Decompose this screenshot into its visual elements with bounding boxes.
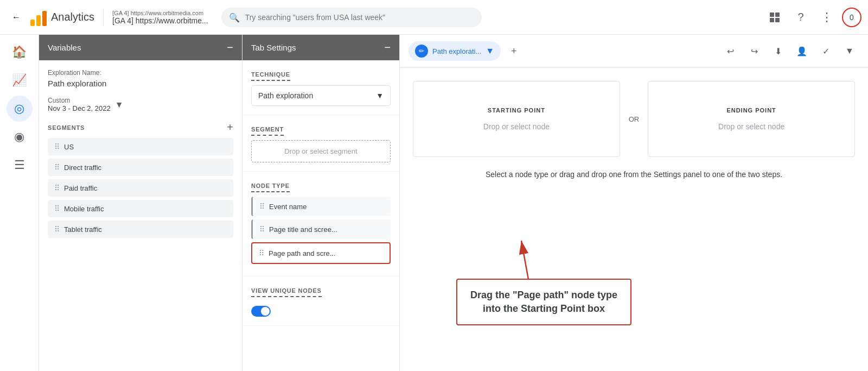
reports-icon: 📈 [12, 73, 27, 87]
logo-icon [30, 9, 47, 26]
explore-icon: ◎ [14, 102, 24, 116]
ending-point-box[interactable]: ENDING POINT Drop or select node [648, 81, 855, 157]
segment-label: SEGMENT [251, 126, 284, 136]
add-tab-button[interactable]: + [505, 42, 522, 60]
topbar-actions: ? ⋮ 0 [764, 7, 861, 28]
nav-configure[interactable]: ☰ [7, 152, 33, 178]
node-type-label-event: Event name [269, 203, 307, 211]
undo-button[interactable]: ↩ [720, 41, 740, 61]
redo-button[interactable]: ↪ [744, 41, 764, 61]
property-info: [GA 4] https://www.orbitmedia.com [GA 4]… [112, 10, 208, 25]
view-unique-toggle[interactable] [251, 306, 271, 317]
technique-section: TECHNIQUE Path exploration ▼ [242, 60, 399, 115]
technique-value: Path exploration [258, 91, 313, 100]
check-button[interactable]: ✓ [816, 41, 835, 61]
nav-reports[interactable]: 📈 [7, 67, 33, 93]
grid-button[interactable] [764, 7, 786, 28]
more-button[interactable]: ⋮ [816, 7, 838, 28]
segment-item-mobile[interactable]: ⠿ Mobile traffic [48, 200, 233, 217]
left-nav: 🏠 📈 ◎ ◉ ☰ [0, 35, 39, 371]
variables-minimize-button[interactable]: − [227, 41, 233, 54]
share-button[interactable]: 👤 [792, 41, 812, 61]
ending-point-drop-text: Drop or select node [718, 122, 784, 131]
annotation-area: Drag the "Page path" node typeinto the S… [413, 192, 855, 333]
segment-item-paid[interactable]: ⠿ Paid traffic [48, 179, 233, 197]
nav-advertising[interactable]: ◉ [7, 124, 33, 150]
logo-bar-2 [36, 15, 41, 26]
annotation-box: Drag the "Page path" node typeinto the S… [456, 279, 631, 325]
segment-label: Mobile traffic [64, 205, 104, 213]
advertising-icon: ◉ [14, 130, 24, 144]
drag-handle-icon: ⠿ [259, 202, 265, 211]
drag-handle-icon: ⠿ [54, 225, 60, 234]
topbar: ← Analytics [GA 4] https://www.orbitmedi… [0, 0, 868, 35]
starting-point-box[interactable]: STARTING POINT Drop or select node [413, 81, 620, 157]
share-icon: 👤 [796, 46, 807, 56]
more-options-button[interactable]: ▼ [840, 41, 859, 61]
or-label: OR [629, 115, 640, 123]
undo-icon: ↩ [727, 46, 734, 56]
search-icon: 🔍 [229, 12, 240, 22]
pencil-icon: ✏ [419, 47, 424, 55]
segment-drop-box[interactable]: Drop or select segment [251, 140, 391, 162]
node-type-page-title[interactable]: ⠿ Page title and scree... [251, 219, 391, 239]
tab-settings-minimize-button[interactable]: − [384, 41, 391, 54]
header-actions: ↩ ↪ ⬇ 👤 ✓ ▼ [720, 41, 859, 61]
segments-section-header: SEGMENTS + [48, 121, 233, 134]
main-layout: 🏠 📈 ◎ ◉ ☰ Variables − Exploration Name: … [0, 35, 868, 371]
avatar[interactable]: 0 [842, 8, 861, 27]
back-button[interactable]: ← [7, 8, 26, 27]
date-dropdown-icon[interactable]: ▼ [115, 100, 124, 110]
segment-item-us[interactable]: ⠿ US [48, 138, 233, 155]
segment-item-direct[interactable]: ⠿ Direct traffic [48, 159, 233, 176]
tab-settings-label: Tab Settings [251, 43, 296, 52]
variables-panel-header: Variables − [39, 35, 242, 60]
grid-icon [770, 12, 780, 22]
download-icon: ⬇ [775, 46, 782, 56]
ending-point-label: ENDING POINT [726, 107, 776, 114]
back-icon: ← [12, 12, 21, 22]
node-type-label-title: Page title and scree... [269, 225, 337, 234]
drag-handle-icon: ⠿ [54, 142, 60, 151]
app-logo: Analytics [30, 9, 94, 26]
add-segment-button[interactable]: + [227, 121, 233, 134]
home-icon: 🏠 [12, 45, 27, 59]
tab-settings-panel: Tab Settings − TECHNIQUE Path exploratio… [242, 35, 400, 371]
node-type-event-name[interactable]: ⠿ Event name [251, 197, 391, 216]
starting-point-label: STARTING POINT [488, 107, 545, 114]
tab-pill[interactable]: ✏ Path explorati... ▼ [409, 41, 501, 61]
segment-item-tablet[interactable]: ⠿ Tablet traffic [48, 221, 233, 238]
download-button[interactable]: ⬇ [768, 41, 788, 61]
app-title: Analytics [51, 11, 94, 23]
starting-point-drop-text: Drop or select node [483, 122, 550, 131]
nav-home[interactable]: 🏠 [7, 39, 33, 65]
chevron-down-icon: ▼ [845, 46, 854, 56]
exploration-header: ✏ Path explorati... ▼ + ↩ ↪ ⬇ 👤 [400, 35, 868, 68]
nav-explore[interactable]: ◎ [7, 96, 33, 122]
redo-icon: ↪ [751, 46, 758, 56]
search-wrap: 🔍 [221, 8, 482, 27]
technique-select[interactable]: Path exploration ▼ [251, 85, 391, 106]
exploration-name-value: Path exploration [48, 79, 233, 88]
more-icon: ⋮ [821, 10, 833, 24]
drag-handle-icon: ⠿ [259, 249, 264, 257]
variables-panel: Variables − Exploration Name: Path explo… [39, 35, 242, 371]
exploration-area: ✏ Path explorati... ▼ + ↩ ↪ ⬇ 👤 [400, 35, 868, 371]
drag-handle-icon: ⠿ [259, 225, 265, 234]
property-subtitle: [GA 4] https://www.orbitmedia.com [112, 10, 208, 16]
variables-content: Exploration Name: Path exploration Custo… [39, 60, 242, 250]
property-name: [GA 4] https://www.orbitme... [112, 16, 208, 25]
annotation-text: Drag the "Page path" node typeinto the S… [470, 290, 617, 314]
help-button[interactable]: ? [790, 7, 812, 28]
drag-handle-icon: ⠿ [54, 184, 60, 192]
date-range: Custom Nov 3 - Dec 2, 2022 ▼ [48, 97, 233, 112]
drag-handle-icon: ⠿ [54, 204, 60, 213]
drag-handle-icon: ⠿ [54, 163, 60, 172]
tab-settings-panel-header: Tab Settings − [242, 35, 399, 60]
node-type-page-path[interactable]: ⠿ Page path and scre... [251, 242, 391, 264]
node-type-section: NODE TYPE ⠿ Event name ⠿ Page title and … [242, 172, 399, 276]
tab-dropdown-icon[interactable]: ▼ [486, 46, 494, 56]
search-input[interactable] [221, 8, 482, 27]
date-custom-label: Custom Nov 3 - Dec 2, 2022 [48, 97, 111, 112]
tab-icon: ✏ [415, 45, 428, 58]
